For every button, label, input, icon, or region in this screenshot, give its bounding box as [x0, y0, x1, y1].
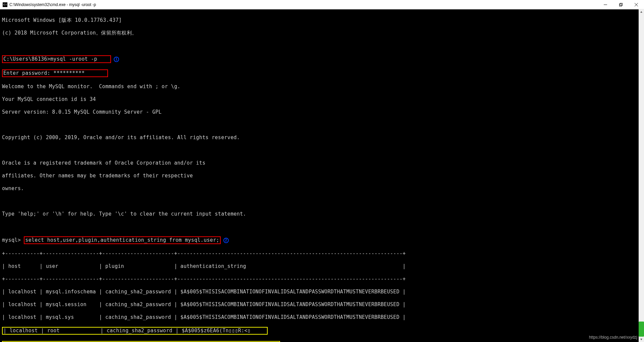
cmd-window: C:\ C:\Windows\system32\cmd.exe - mysql … — [0, 0, 644, 342]
titlebar-left: C:\ C:\Windows\system32\cmd.exe - mysql … — [3, 2, 96, 7]
password-mask: ********** — [53, 70, 85, 76]
minimize-button[interactable] — [598, 0, 613, 9]
table-header: | host | user | plugin | authentication_… — [2, 263, 642, 270]
help-line: Type 'help;' or '\h' for help. Type '\c'… — [2, 211, 642, 217]
table-border-top: +-----------+------------------+--------… — [2, 250, 642, 257]
scroll-track[interactable] — [639, 15, 644, 337]
annotation-1: 1 — [114, 57, 119, 62]
scroll-down-button[interactable] — [639, 337, 644, 342]
table-row-2: | localhost | mysql.session | caching_sh… — [2, 301, 642, 308]
scroll-up-button[interactable] — [639, 9, 644, 15]
titlebar-controls — [598, 0, 644, 9]
maximize-icon — [619, 3, 623, 6]
command-1: mysql -uroot -p — [50, 56, 97, 62]
table-row-1: | localhost | mysql.infoschema | caching… — [2, 289, 642, 295]
maximize-button[interactable] — [613, 0, 629, 9]
svg-marker-6 — [640, 339, 642, 340]
annotation-2: 2 — [223, 238, 229, 243]
cmd-icon: C:\ — [3, 2, 7, 7]
watermark: https://blog.csdn.net/xxydzj — [589, 334, 637, 341]
svg-marker-5 — [640, 11, 642, 13]
copyright: Copyright (c) 2000, 2019, Oracle and/or … — [2, 134, 642, 141]
header-line-1: Microsoft Windows [版本 10.0.17763.437] — [2, 17, 642, 23]
scrollbar[interactable] — [639, 9, 644, 342]
mysql-prompt-1: mysql> — [2, 237, 24, 243]
welcome-2: Your MySQL connection id is 34 — [2, 96, 642, 103]
oracle-2: affiliates. Other names may be trademark… — [2, 173, 642, 179]
command-2: select host,user,plugin,authentication_s… — [25, 237, 219, 243]
highlight-cmd-2: select host,user,plugin,authentication_s… — [24, 236, 221, 244]
highlight-cmd-1: C:\Users\86136>mysql -uroot -p — [2, 55, 111, 63]
table-row-3: | localhost | mysql.sys | caching_sha2_p… — [2, 314, 642, 321]
svg-rect-2 — [620, 3, 623, 5]
chevron-up-icon — [640, 11, 643, 13]
window-title: C:\Windows\system32\cmd.exe - mysql -uro… — [9, 2, 96, 7]
svg-rect-1 — [620, 4, 622, 6]
oracle-3: owners. — [2, 185, 642, 192]
close-button[interactable] — [629, 0, 644, 9]
password-prompt: Enter password: — [3, 70, 53, 76]
titlebar[interactable]: C:\ C:\Windows\system32\cmd.exe - mysql … — [0, 0, 644, 9]
terminal-area[interactable]: Microsoft Windows [版本 10.0.17763.437] (c… — [0, 9, 644, 342]
prompt-path: C:\Users\86136> — [3, 56, 50, 62]
oracle-1: Oracle is a registered trademark of Orac… — [2, 160, 642, 166]
welcome-1: Welcome to the MySQL monitor. Commands e… — [2, 83, 642, 90]
table-row-4a: | localhost | root | caching_sha2_passwo… — [3, 328, 251, 334]
header-line-2: (c) 2018 Microsoft Corporation。保留所有权利。 — [2, 30, 642, 36]
minimize-icon — [604, 3, 607, 6]
close-icon — [635, 3, 638, 6]
terminal-content: Microsoft Windows [版本 10.0.17763.437] (c… — [0, 9, 644, 342]
welcome-3: Server version: 8.0.15 MySQL Community S… — [2, 109, 642, 115]
table-border-mid: +-----------+------------------+--------… — [2, 276, 642, 282]
chevron-down-icon — [640, 338, 643, 341]
highlight-password: Enter password: ********** — [2, 69, 108, 77]
highlight-row-4: | localhost | root | caching_sha2_passwo… — [2, 327, 268, 335]
scroll-thumb[interactable] — [639, 322, 644, 337]
